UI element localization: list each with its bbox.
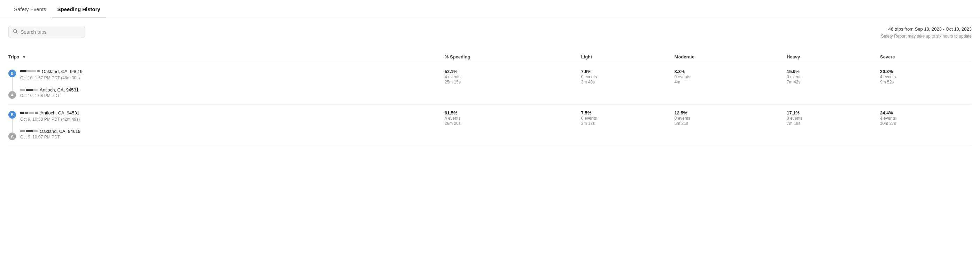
trip-from-0: Antioch, CA, 94531 Oct 10, 1:08 PM PDT	[20, 87, 439, 98]
sort-icon: ▼	[22, 54, 27, 60]
trip-cell-1: B A Antioch, CA, 94531	[8, 104, 442, 146]
pct-events-0: 4 events	[445, 74, 576, 79]
svg-line-1	[16, 32, 18, 34]
pct-speeding-val-1: 61.5%	[445, 110, 576, 115]
tab-safety-events[interactable]: Safety Events	[8, 0, 52, 17]
col-trips[interactable]: Trips ▼	[8, 51, 442, 63]
info-text: 46 trips from Sep 10, 2023 - Oct 10, 202…	[881, 26, 972, 40]
trip-to-location-row-1: Antioch, CA, 94531	[20, 110, 439, 115]
trip-cell-0: B A Oakland, CA, 94619	[8, 63, 442, 104]
pct-speeding-cell-1: 61.5% 4 events 26m 20s	[442, 104, 579, 146]
col-severe: Severe	[877, 51, 972, 63]
trip-from-location-0: Antioch, CA, 94531	[40, 87, 79, 93]
stop-dot-b-1: B	[8, 111, 16, 119]
trip-to-location-1: Antioch, CA, 94531	[40, 110, 80, 115]
moderate-pct-1: 12.5%	[675, 110, 781, 115]
light-duration-1: 3m 12s	[581, 121, 669, 126]
light-cell-1: 7.5% 0 events 3m 12s	[578, 104, 671, 146]
stop-dot-a-0: A	[8, 91, 16, 99]
trip-from-time-1: Oct 9, 10:07 PM PDT	[20, 134, 439, 139]
stop-dot-b-0: B	[8, 70, 16, 77]
heavy-pct-0: 15.9%	[787, 69, 875, 74]
pct-speeding-cell-0: 52.1% 4 events 25m 15s	[442, 63, 579, 104]
trip-to-time-0: Oct 10, 1:57 PM PDT (48m 30s)	[20, 76, 439, 81]
trip-to-0: Oakland, CA, 94619 Oct 10, 1:57 PM PDT (…	[20, 69, 439, 81]
severe-pct-0: 20.3%	[880, 69, 969, 74]
moderate-cell-0: 8.3% 0 events 4m	[672, 63, 784, 104]
moderate-duration-0: 4m	[675, 80, 781, 84]
pct-speeding-val-0: 52.1%	[445, 69, 576, 74]
light-pct-0: 7.6%	[581, 69, 669, 74]
moderate-pct-0: 8.3%	[675, 69, 781, 74]
heavy-duration-0: 7m 42s	[787, 80, 875, 84]
severe-duration-1: 10m 27s	[880, 121, 969, 126]
severe-events-0: 4 events	[880, 74, 969, 79]
trips-count: 46 trips from Sep 10, 2023 - Oct 10, 202…	[881, 26, 972, 33]
col-pct-speeding: % Speeding	[442, 51, 579, 63]
heavy-pct-1: 17.1%	[787, 110, 875, 115]
pct-duration-0: 25m 15s	[445, 80, 576, 84]
light-cell-0: 7.6% 0 events 3m 40s	[578, 63, 671, 104]
tab-safety-events-label: Safety Events	[14, 6, 46, 12]
trip-details-0: Oakland, CA, 94619 Oct 10, 1:57 PM PDT (…	[20, 69, 439, 98]
trip-to-1: Antioch, CA, 94531 Oct 9, 10:50 PM PDT (…	[20, 110, 439, 122]
table-header-row: Trips ▼ % Speeding Light Moderate Heavy …	[8, 51, 972, 63]
safety-note: Safety Report may take up to six hours t…	[881, 33, 972, 40]
light-duration-0: 3m 40s	[581, 80, 669, 84]
severe-pct-1: 24.4%	[880, 110, 969, 115]
light-events-1: 0 events	[581, 116, 669, 121]
table-row[interactable]: B A Antioch, CA, 94531	[8, 104, 972, 146]
severe-cell-0: 20.3% 4 events 9m 52s	[877, 63, 972, 104]
tab-speeding-history[interactable]: Speeding History	[52, 0, 106, 17]
severe-duration-0: 9m 52s	[880, 80, 969, 84]
search-icon	[13, 29, 18, 35]
stop-line-1	[12, 119, 13, 133]
col-heavy: Heavy	[784, 51, 877, 63]
trip-from-1: Oakland, CA, 94619 Oct 9, 10:07 PM PDT	[20, 129, 439, 139]
severe-events-1: 4 events	[880, 116, 969, 121]
light-pct-1: 7.5%	[581, 110, 669, 115]
col-light: Light	[578, 51, 671, 63]
trips-table: Trips ▼ % Speeding Light Moderate Heavy …	[8, 51, 972, 146]
col-moderate: Moderate	[672, 51, 784, 63]
pct-duration-1: 26m 20s	[445, 121, 576, 126]
trip-from-location-1: Oakland, CA, 94619	[40, 129, 80, 134]
tab-speeding-history-label: Speeding History	[57, 6, 100, 12]
severe-cell-1: 24.4% 4 events 10m 27s	[877, 104, 972, 146]
search-input[interactable]	[21, 29, 80, 35]
heavy-events-1: 0 events	[787, 116, 875, 121]
trip-to-location-row-0: Oakland, CA, 94619	[20, 69, 439, 74]
heavy-cell-1: 17.1% 0 events 7m 18s	[784, 104, 877, 146]
stop-line-0	[12, 77, 13, 91]
trip-from-time-0: Oct 10, 1:08 PM PDT	[20, 93, 439, 98]
stop-dot-a-1: A	[8, 133, 16, 140]
main-content: 46 trips from Sep 10, 2023 - Oct 10, 202…	[0, 17, 980, 146]
pct-events-1: 4 events	[445, 116, 576, 121]
tabs-container: Safety Events Speeding History	[0, 0, 980, 17]
moderate-cell-1: 12.5% 0 events 5m 21s	[672, 104, 784, 146]
moderate-duration-1: 5m 21s	[675, 121, 781, 126]
moderate-events-0: 0 events	[675, 74, 781, 79]
table-row[interactable]: B A Oakland, CA, 94619	[8, 63, 972, 104]
heavy-duration-1: 7m 18s	[787, 121, 875, 126]
search-info-row: 46 trips from Sep 10, 2023 - Oct 10, 202…	[8, 26, 972, 40]
heavy-cell-0: 15.9% 0 events 7m 42s	[784, 63, 877, 104]
heavy-events-0: 0 events	[787, 74, 875, 79]
trip-to-time-1: Oct 9, 10:50 PM PDT (42m 49s)	[20, 117, 439, 122]
trip-details-1: Antioch, CA, 94531 Oct 9, 10:50 PM PDT (…	[20, 110, 439, 139]
moderate-events-1: 0 events	[675, 116, 781, 121]
trip-from-location-row-0: Antioch, CA, 94531	[20, 87, 439, 93]
search-box	[8, 26, 85, 38]
light-events-0: 0 events	[581, 74, 669, 79]
trip-to-location-0: Oakland, CA, 94619	[42, 69, 83, 74]
trip-from-location-row-1: Oakland, CA, 94619	[20, 129, 439, 134]
